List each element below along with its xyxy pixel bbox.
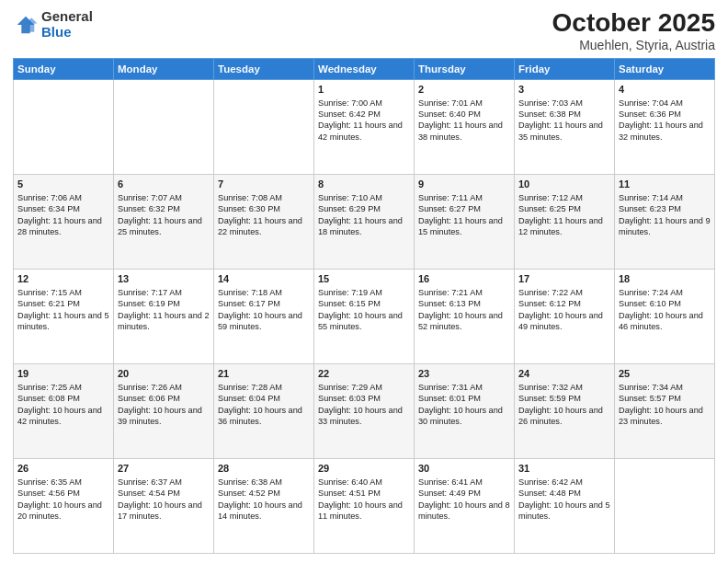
daylight-text: Daylight: 10 hours and 14 minutes. xyxy=(218,500,302,521)
table-row: 20Sunrise: 7:26 AMSunset: 6:06 PMDayligh… xyxy=(114,363,214,458)
day-number: 17 xyxy=(518,272,610,286)
table-row: 21Sunrise: 7:28 AMSunset: 6:04 PMDayligh… xyxy=(214,363,314,458)
sunset-text: Sunset: 6:10 PM xyxy=(619,299,681,308)
sunset-text: Sunset: 4:51 PM xyxy=(318,488,381,498)
col-friday: Friday xyxy=(515,58,615,79)
sunset-text: Sunset: 5:57 PM xyxy=(619,394,681,403)
sunset-text: Sunset: 6:04 PM xyxy=(218,394,280,403)
daylight-text: Daylight: 11 hours and 35 minutes. xyxy=(518,121,603,141)
sunrise-text: Sunrise: 7:22 AM xyxy=(518,288,583,297)
sunset-text: Sunset: 6:08 PM xyxy=(17,394,80,403)
sunrise-text: Sunrise: 6:41 AM xyxy=(418,477,483,487)
day-number: 27 xyxy=(118,462,210,476)
daylight-text: Daylight: 10 hours and 55 minutes. xyxy=(318,311,403,331)
table-row xyxy=(615,458,715,553)
day-number: 20 xyxy=(118,367,210,381)
sunrise-text: Sunrise: 7:31 AM xyxy=(418,383,483,392)
day-number: 25 xyxy=(619,367,711,381)
sunset-text: Sunset: 4:52 PM xyxy=(218,488,280,498)
sunrise-text: Sunrise: 7:00 AM xyxy=(318,98,382,108)
table-row: 10Sunrise: 7:12 AMSunset: 6:25 PMDayligh… xyxy=(515,174,615,269)
day-number: 13 xyxy=(118,272,210,286)
day-number: 3 xyxy=(518,83,610,97)
header: General Blue October 2025 Muehlen, Styri… xyxy=(13,9,715,52)
day-number: 14 xyxy=(218,272,310,286)
calendar-week-row: 19Sunrise: 7:25 AMSunset: 6:08 PMDayligh… xyxy=(14,363,715,458)
daylight-text: Daylight: 10 hours and 59 minutes. xyxy=(218,311,302,331)
daylight-text: Daylight: 11 hours and 25 minutes. xyxy=(118,216,202,236)
day-number: 6 xyxy=(118,178,210,191)
col-sunday: Sunday xyxy=(14,58,114,79)
col-wednesday: Wednesday xyxy=(314,58,415,79)
sunset-text: Sunset: 6:32 PM xyxy=(118,204,180,213)
col-tuesday: Tuesday xyxy=(214,58,314,79)
daylight-text: Daylight: 11 hours and 42 minutes. xyxy=(318,121,403,141)
daylight-text: Daylight: 11 hours and 32 minutes. xyxy=(619,121,703,141)
sunrise-text: Sunrise: 7:10 AM xyxy=(318,193,382,202)
daylight-text: Daylight: 10 hours and 46 minutes. xyxy=(619,311,703,331)
table-row: 23Sunrise: 7:31 AMSunset: 6:01 PMDayligh… xyxy=(415,363,515,458)
main-title: October 2025 xyxy=(552,9,715,38)
daylight-text: Daylight: 11 hours and 28 minutes. xyxy=(17,216,102,236)
table-row: 6Sunrise: 7:07 AMSunset: 6:32 PMDaylight… xyxy=(114,174,214,269)
day-number: 5 xyxy=(17,178,109,191)
day-number: 9 xyxy=(418,178,510,191)
sunrise-text: Sunrise: 6:42 AM xyxy=(518,477,583,487)
sunset-text: Sunset: 6:15 PM xyxy=(318,299,381,308)
sunset-text: Sunset: 4:48 PM xyxy=(518,488,581,498)
daylight-text: Daylight: 11 hours and 15 minutes. xyxy=(418,216,503,236)
daylight-text: Daylight: 10 hours and 17 minutes. xyxy=(118,500,202,521)
day-number: 22 xyxy=(318,367,410,381)
table-row: 18Sunrise: 7:24 AMSunset: 6:10 PMDayligh… xyxy=(615,269,715,363)
table-row: 25Sunrise: 7:34 AMSunset: 5:57 PMDayligh… xyxy=(615,363,715,458)
table-row: 7Sunrise: 7:08 AMSunset: 6:30 PMDaylight… xyxy=(214,174,314,269)
subtitle: Muehlen, Styria, Austria xyxy=(552,38,715,52)
calendar-header: Sunday Monday Tuesday Wednesday Thursday… xyxy=(14,58,715,79)
calendar-week-row: 1Sunrise: 7:00 AMSunset: 6:42 PMDaylight… xyxy=(14,79,715,174)
calendar-week-row: 12Sunrise: 7:15 AMSunset: 6:21 PMDayligh… xyxy=(14,269,715,363)
sunset-text: Sunset: 6:36 PM xyxy=(619,109,681,119)
table-row: 3Sunrise: 7:03 AMSunset: 6:38 PMDaylight… xyxy=(515,79,615,174)
table-row xyxy=(114,79,214,174)
day-number: 19 xyxy=(17,367,109,381)
day-number: 24 xyxy=(518,367,610,381)
table-row xyxy=(14,79,114,174)
sunrise-text: Sunrise: 7:01 AM xyxy=(418,98,483,108)
sunrise-text: Sunrise: 7:28 AM xyxy=(218,383,282,392)
table-row: 5Sunrise: 7:06 AMSunset: 6:34 PMDaylight… xyxy=(14,174,114,269)
table-row: 24Sunrise: 7:32 AMSunset: 5:59 PMDayligh… xyxy=(515,363,615,458)
daylight-text: Daylight: 11 hours and 18 minutes. xyxy=(318,216,403,236)
sunset-text: Sunset: 6:29 PM xyxy=(318,204,381,213)
table-row: 14Sunrise: 7:18 AMSunset: 6:17 PMDayligh… xyxy=(214,269,314,363)
table-row: 27Sunrise: 6:37 AMSunset: 4:54 PMDayligh… xyxy=(114,458,214,553)
sunrise-text: Sunrise: 6:35 AM xyxy=(17,477,82,487)
sunrise-text: Sunrise: 7:34 AM xyxy=(619,383,683,392)
logo-icon xyxy=(13,12,39,38)
table-row: 12Sunrise: 7:15 AMSunset: 6:21 PMDayligh… xyxy=(14,269,114,363)
col-monday: Monday xyxy=(114,58,214,79)
sunrise-text: Sunrise: 7:17 AM xyxy=(118,288,182,297)
sunrise-text: Sunrise: 7:32 AM xyxy=(518,383,583,392)
sunset-text: Sunset: 6:27 PM xyxy=(418,204,481,213)
table-row: 19Sunrise: 7:25 AMSunset: 6:08 PMDayligh… xyxy=(14,363,114,458)
sunset-text: Sunset: 6:17 PM xyxy=(218,299,280,308)
sunset-text: Sunset: 6:06 PM xyxy=(118,394,180,403)
sunset-text: Sunset: 6:42 PM xyxy=(318,109,381,119)
day-number: 23 xyxy=(418,367,510,381)
day-number: 21 xyxy=(218,367,310,381)
day-number: 31 xyxy=(518,462,610,476)
table-row: 17Sunrise: 7:22 AMSunset: 6:12 PMDayligh… xyxy=(515,269,615,363)
table-row: 1Sunrise: 7:00 AMSunset: 6:42 PMDaylight… xyxy=(314,79,415,174)
weekday-row: Sunday Monday Tuesday Wednesday Thursday… xyxy=(14,58,715,79)
sunrise-text: Sunrise: 7:21 AM xyxy=(418,288,483,297)
sunrise-text: Sunrise: 7:26 AM xyxy=(118,383,182,392)
sunrise-text: Sunrise: 7:06 AM xyxy=(17,193,82,202)
sunrise-text: Sunrise: 6:38 AM xyxy=(218,477,282,487)
daylight-text: Daylight: 10 hours and 26 minutes. xyxy=(518,406,603,426)
day-number: 28 xyxy=(218,462,310,476)
day-number: 8 xyxy=(318,178,410,191)
day-number: 1 xyxy=(318,83,410,97)
daylight-text: Daylight: 10 hours and 36 minutes. xyxy=(218,406,302,426)
sunset-text: Sunset: 6:21 PM xyxy=(17,299,80,308)
day-number: 10 xyxy=(518,178,610,191)
